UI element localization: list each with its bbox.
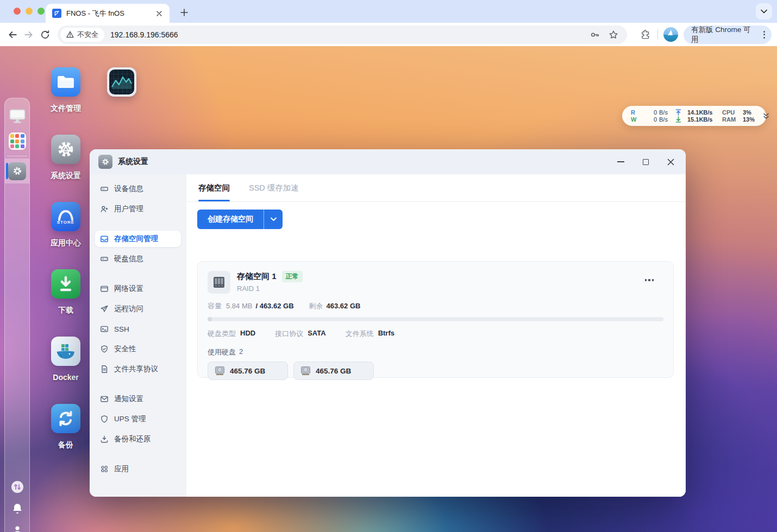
desktop-icon-monitor[interactable] — [89, 67, 154, 97]
close-button[interactable] — [663, 154, 678, 169]
browser-toolbar: 不安全 192.168.9.196:5666 有新版 Chrome 可用 — [0, 23, 777, 46]
sidebar-item-ups[interactable]: UPS 管理 — [95, 411, 181, 427]
dock-notifications-button[interactable] — [5, 498, 29, 520]
storage-pool-card: 存储空间 1 正常 RAID 1 容量 5.84 MB / 463.62 GB … — [197, 261, 674, 378]
free-label: 剩余 — [309, 301, 323, 311]
sidebar-item-backup-restore[interactable]: 备份和还原 — [95, 431, 181, 447]
terminal-icon — [100, 325, 109, 333]
capacity-used: 5.84 MB — [226, 302, 252, 310]
storage-inbox-icon — [100, 235, 109, 243]
filesystem-value: Btrfs — [378, 329, 394, 339]
sidebar-item-user-management[interactable]: 用户管理 — [95, 201, 181, 217]
bookmark-star-icon[interactable] — [606, 28, 621, 42]
gear-icon — [8, 162, 26, 180]
shield-check-icon — [100, 345, 109, 353]
gear-icon — [51, 135, 80, 164]
browser-tab[interactable]: FNOS - 飞牛 fnOS — [46, 4, 170, 23]
system-stats-widget[interactable]: R 0 B/s 14.1KB/s CPU 3% W 0 B/s 15.1KB/s… — [622, 106, 766, 126]
ram-label: RAM — [722, 116, 741, 123]
sidebar-item-file-sharing[interactable]: 文件共享协议 — [95, 361, 181, 377]
sidebar-item-network[interactable]: 网络设置 — [95, 281, 181, 297]
url-text[interactable]: 192.168.9.196:5666 — [110, 30, 588, 39]
sync-arrows-icon — [51, 404, 80, 433]
new-tab-button[interactable] — [176, 4, 192, 21]
dock-divider — [7, 156, 27, 156]
create-storage-button[interactable]: 创建存储空间 — [197, 210, 264, 229]
settings-content: 存储空间 SSD 缓存加速 创建存储空间 — [186, 174, 686, 497]
apps-grid-icon — [100, 465, 109, 473]
sidebar-item-remote-access[interactable]: 远程访问 — [95, 301, 181, 317]
close-window-button[interactable] — [14, 8, 21, 15]
fullscreen-window-button[interactable] — [37, 8, 45, 15]
sidebar-item-apps[interactable]: 应用 — [95, 461, 181, 477]
tab-storage-space[interactable]: 存储空间 — [198, 174, 230, 201]
desktop-icon-settings[interactable]: 系统设置 — [33, 135, 98, 181]
desktop-icon-files[interactable]: 文件管理 — [33, 67, 98, 113]
desktop-icon-backup[interactable]: 备份 — [33, 404, 98, 450]
reload-button[interactable] — [37, 27, 53, 43]
settings-app-icon — [98, 155, 112, 169]
sidebar-item-ssh[interactable]: SSH — [95, 321, 181, 337]
drive-icon — [100, 255, 109, 263]
download-speed: 15.1KB/s — [687, 116, 720, 123]
nas-device-icon — [208, 271, 230, 294]
chrome-update-button[interactable]: 有新版 Chrome 可用 — [684, 26, 772, 44]
backup-tray-icon — [100, 435, 109, 444]
address-bar[interactable]: 不安全 192.168.9.196:5666 — [58, 26, 627, 44]
disk-chip: 465.76 GB — [208, 362, 288, 380]
hdd-icon — [300, 366, 311, 376]
password-key-icon[interactable] — [588, 28, 602, 42]
profile-avatar[interactable] — [663, 27, 678, 42]
disk-chip: 465.76 GB — [293, 362, 374, 380]
disk-type-value: HDD — [240, 329, 255, 339]
sidebar-item-storage-management[interactable]: 存储空间管理 — [95, 231, 181, 247]
upload-arrow-icon — [675, 109, 685, 116]
download-arrow-icon — [675, 116, 685, 123]
window-titlebar[interactable]: 系统设置 — [90, 149, 686, 174]
dock-user-button[interactable] — [5, 520, 29, 532]
back-button[interactable] — [4, 27, 21, 43]
upload-speed: 14.1KB/s — [687, 109, 720, 116]
dock-transfer-button[interactable] — [5, 476, 29, 498]
browser-menu-icon[interactable] — [761, 29, 767, 41]
tab-title: FNOS - 飞牛 fnOS — [66, 9, 154, 18]
stats-expand-icon[interactable] — [762, 112, 770, 120]
resource-monitor-icon — [107, 67, 136, 97]
pool-more-button[interactable] — [645, 279, 654, 281]
security-chip[interactable]: 不安全 — [60, 28, 104, 42]
settings-window: 系统设置 设备信息 用户管理 存储空间管理 — [90, 149, 686, 497]
create-storage-split-button: 创建存储空间 — [197, 210, 283, 229]
desktop-icon-docker[interactable]: Docker — [33, 337, 98, 382]
browser-tabstrip: FNOS - 飞牛 fnOS — [0, 0, 777, 23]
extensions-icon[interactable] — [638, 28, 652, 42]
disk-read-label: R — [631, 109, 638, 116]
sidebar-item-security[interactable]: 安全性 — [95, 341, 181, 357]
sidebar-item-disk-info[interactable]: 硬盘信息 — [95, 251, 181, 267]
cpu-label: CPU — [722, 109, 741, 116]
tab-close-icon[interactable] — [154, 9, 164, 18]
dock-apps-button[interactable] — [5, 129, 29, 154]
dock-settings-button-active[interactable] — [5, 159, 29, 183]
desktop-icon-appcenter[interactable]: STORE 应用中心 — [33, 202, 98, 248]
pool-name: 存储空间 1 — [237, 271, 277, 282]
status-badge: 正常 — [282, 271, 303, 282]
create-storage-dropdown[interactable] — [264, 210, 283, 229]
content-tabs: 存储空间 SSD 缓存加速 — [186, 174, 686, 202]
forward-button[interactable] — [21, 27, 37, 43]
tab-search-button[interactable] — [756, 3, 772, 20]
window-title: 系统设置 — [118, 157, 148, 167]
sidebar-item-notifications[interactable]: 通知设置 — [95, 391, 181, 407]
dock-desktop-button[interactable] — [5, 104, 29, 129]
protocol-value: SATA — [308, 329, 325, 339]
minimize-button[interactable] — [613, 154, 628, 169]
sidebar-item-device-info[interactable]: 设备信息 — [95, 181, 181, 197]
tab-ssd-cache[interactable]: SSD 缓存加速 — [249, 174, 299, 201]
maximize-button[interactable] — [638, 154, 653, 169]
fnos-favicon-icon — [52, 9, 61, 18]
capacity-total: / 463.62 GB — [255, 302, 293, 310]
disk-write-label: W — [631, 116, 638, 123]
drive-icon — [100, 185, 109, 193]
minimize-window-button[interactable] — [26, 8, 33, 15]
download-arrow-icon — [51, 269, 80, 299]
desktop-icon-download[interactable]: 下载 — [33, 269, 98, 315]
